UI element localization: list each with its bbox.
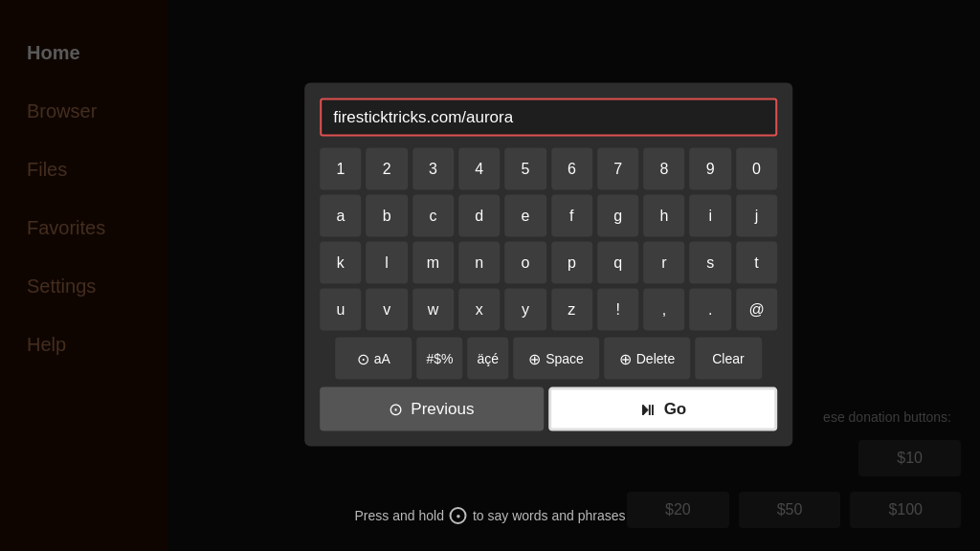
case-label: aA: [374, 351, 390, 366]
special-row: ⊙ aA #$% äçé ⊕ Space ⊕ Delete Clear: [320, 338, 777, 380]
key-0[interactable]: 0: [736, 148, 777, 190]
key-8[interactable]: 8: [643, 148, 684, 190]
accents-key[interactable]: äçé: [467, 338, 508, 380]
key-comma[interactable]: ,: [643, 289, 684, 331]
key-k[interactable]: k: [320, 242, 361, 284]
go-icon: ⏯: [639, 399, 657, 419]
circle-icon: ⊙: [357, 349, 369, 367]
key-n[interactable]: n: [458, 242, 500, 284]
voice-button-icon: ●: [450, 507, 467, 524]
clear-key[interactable]: Clear: [695, 338, 762, 380]
voice-hint-text2: to say words and phrases: [473, 508, 626, 523]
clear-label: Clear: [712, 351, 744, 366]
keyboard: 1 2 3 4 5 6 7 8 9 0 a b c d e f g h i j …: [320, 148, 777, 380]
delete-key[interactable]: ⊕ Delete: [604, 338, 690, 380]
key-exclaim[interactable]: !: [597, 289, 638, 331]
key-m[interactable]: m: [412, 242, 454, 284]
key-c[interactable]: c: [412, 195, 454, 237]
number-row: 1 2 3 4 5 6 7 8 9 0: [320, 148, 777, 190]
key-l[interactable]: l: [367, 242, 408, 284]
key-e[interactable]: e: [504, 195, 546, 237]
key-9[interactable]: 9: [690, 148, 731, 190]
url-input[interactable]: [333, 108, 764, 127]
case-toggle-key[interactable]: ⊙ aA: [335, 338, 412, 380]
space-key[interactable]: ⊕ Space: [513, 338, 599, 380]
key-y[interactable]: y: [504, 289, 546, 331]
circle-delete-icon: ⊕: [619, 349, 632, 367]
accents-label: äçé: [477, 351, 499, 366]
previous-button[interactable]: ⊙ Previous: [320, 387, 544, 431]
key-g[interactable]: g: [597, 195, 638, 237]
key-t[interactable]: t: [736, 242, 777, 284]
key-at[interactable]: @: [736, 289, 777, 331]
key-w[interactable]: w: [412, 289, 454, 331]
row-u-at: u v w x y z ! , . @: [320, 289, 777, 331]
key-5[interactable]: 5: [504, 148, 546, 190]
go-label: Go: [664, 400, 687, 419]
key-z[interactable]: z: [551, 289, 592, 331]
symbols-key[interactable]: #$%: [416, 338, 462, 380]
key-i[interactable]: i: [690, 195, 731, 237]
key-v[interactable]: v: [367, 289, 408, 331]
key-6[interactable]: 6: [551, 148, 592, 190]
previous-icon: ⊙: [389, 399, 403, 420]
previous-label: Previous: [411, 400, 474, 419]
url-bar[interactable]: [320, 99, 777, 137]
key-r[interactable]: r: [643, 242, 684, 284]
voice-hint-text1: Press and hold: [355, 508, 444, 523]
voice-hint: Press and hold ● to say words and phrase…: [355, 507, 626, 524]
key-j[interactable]: j: [736, 195, 777, 237]
go-button[interactable]: ⏯ Go: [548, 387, 778, 431]
key-7[interactable]: 7: [597, 148, 638, 190]
key-period[interactable]: .: [690, 289, 731, 331]
key-o[interactable]: o: [504, 242, 546, 284]
key-a[interactable]: a: [320, 195, 361, 237]
key-d[interactable]: d: [458, 195, 500, 237]
key-p[interactable]: p: [551, 242, 592, 284]
space-label: Space: [546, 351, 584, 366]
row-a-j: a b c d e f g h i j: [320, 195, 777, 237]
key-f[interactable]: f: [551, 195, 592, 237]
key-b[interactable]: b: [367, 195, 408, 237]
row-k-t: k l m n o p q r s t: [320, 242, 777, 284]
key-1[interactable]: 1: [320, 148, 361, 190]
key-3[interactable]: 3: [412, 148, 454, 190]
key-2[interactable]: 2: [367, 148, 408, 190]
symbols-label: #$%: [426, 351, 453, 366]
key-q[interactable]: q: [597, 242, 638, 284]
key-u[interactable]: u: [320, 289, 361, 331]
delete-label: Delete: [636, 351, 675, 366]
keyboard-dialog: 1 2 3 4 5 6 7 8 9 0 a b c d e f g h i j …: [304, 83, 792, 447]
key-x[interactable]: x: [458, 289, 500, 331]
key-h[interactable]: h: [643, 195, 684, 237]
key-4[interactable]: 4: [458, 148, 500, 190]
action-row: ⊙ Previous ⏯ Go: [320, 387, 777, 431]
key-s[interactable]: s: [690, 242, 731, 284]
circle-space-icon: ⊕: [528, 349, 541, 367]
